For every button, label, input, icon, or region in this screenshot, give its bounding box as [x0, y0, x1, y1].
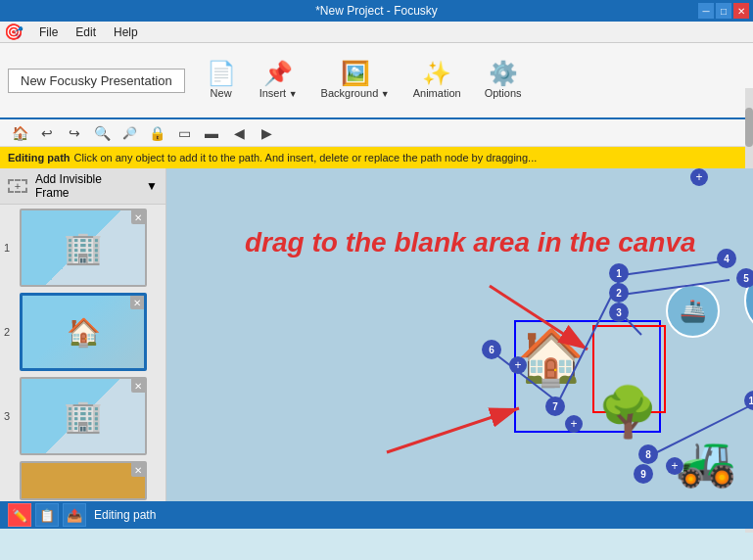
house-object[interactable]: 🏠 [517, 325, 586, 390]
maximize-button[interactable]: □ [716, 3, 731, 19]
new-icon: 📄 [207, 62, 236, 85]
slide-close-2[interactable]: ✕ [130, 296, 144, 309]
add-node-8[interactable]: + [666, 457, 683, 475]
status-label: Editing path [94, 508, 156, 522]
path-node-9[interactable]: 9 [634, 464, 653, 484]
add-node-6[interactable]: + [509, 356, 527, 374]
statusbar: ✏️ 📋 📤 Editing path [0, 501, 753, 529]
path-node-7[interactable]: 7 [545, 397, 565, 416]
slide-item-2[interactable]: 2 🏠 ✕ [4, 293, 162, 371]
window-controls: ─ □ ✕ [698, 3, 749, 19]
editing-path-label: Editing path [8, 152, 71, 163]
slide-num-3: 3 [4, 410, 20, 422]
drag-hint-text: drag to the blank area in the canva [245, 227, 696, 258]
editing-path-bar: Editing path Click on any object to add … [0, 147, 753, 168]
title-text: *New Project - Focusky [315, 4, 438, 18]
minimize-button[interactable]: ─ [698, 3, 714, 19]
zoom-in-button[interactable]: 🔍 [90, 121, 114, 145]
ribbon-new-button[interactable]: 📄 New [197, 43, 246, 117]
path-node-8[interactable]: 8 [638, 444, 658, 464]
slide-thumb-1[interactable]: 🏢 ✕ [20, 209, 147, 287]
back-button[interactable]: ◀ [227, 121, 251, 145]
ship-circle[interactable]: 🚢 [666, 284, 720, 338]
edit-path-button[interactable]: ✏️ [8, 503, 31, 527]
path-node-1[interactable]: 1 [609, 263, 629, 283]
ribbon-options-button[interactable]: ⚙️ Options [475, 43, 532, 117]
editing-path-message: Click on any object to add it to the pat… [74, 152, 538, 163]
autumn-tree[interactable]: 🌳 [597, 384, 658, 441]
add-frame-button[interactable]: + Add Invisible Frame ▼ [0, 168, 165, 205]
add-node-7[interactable]: + [565, 415, 583, 433]
undo-button[interactable]: ↩ [35, 121, 59, 145]
menu-edit[interactable]: Edit [68, 23, 104, 41]
close-button[interactable]: ✕ [733, 3, 749, 19]
slide-item-3[interactable]: 3 🏢 ✕ [4, 377, 162, 455]
export-button[interactable]: 📤 [63, 503, 86, 527]
menu-help[interactable]: Help [106, 23, 146, 41]
redo-button[interactable]: ↪ [63, 121, 86, 145]
path-node-2[interactable]: 2 [609, 283, 629, 303]
options-icon: ⚙️ [489, 62, 518, 85]
path-node-6[interactable]: 6 [482, 340, 501, 359]
menu-file[interactable]: File [31, 23, 66, 41]
slide-item-4[interactable]: ✕ [4, 461, 162, 500]
grid-button[interactable]: ▬ [200, 121, 223, 145]
slide-list: 1 🏢 ✕ 2 🏠 ✕ 3 [0, 205, 165, 501]
background-icon: 🖼️ [341, 62, 370, 85]
titlebar: *New Project - Focusky ─ □ ✕ [0, 0, 753, 22]
insert-icon: 📌 [263, 62, 293, 85]
slide-num-1: 1 [4, 242, 20, 254]
svg-line-4 [622, 260, 729, 275]
animation-icon: ✨ [422, 62, 451, 85]
svg-line-3 [387, 408, 519, 452]
options-label: Options [485, 87, 522, 99]
add-node-45[interactable]: + [690, 168, 708, 186]
presentation-name[interactable]: New Focusky Presentation [8, 69, 185, 93]
ribbon-insert-button[interactable]: 📌 Insert [250, 43, 307, 117]
canvas-area[interactable]: drag to the blank area in the canva [166, 168, 753, 501]
slide-close-1[interactable]: ✕ [131, 210, 145, 224]
background-label: Background [321, 87, 390, 99]
path-node-4[interactable]: 4 [717, 249, 736, 268]
ribbon: New Focusky Presentation 📄 New 📌 Insert … [0, 43, 753, 119]
copy-slide-button[interactable]: 📋 [35, 503, 59, 527]
home-button[interactable]: 🏠 [8, 121, 31, 145]
slide-num-2: 2 [4, 326, 20, 338]
path-node-10[interactable]: 10 [744, 391, 753, 410]
slide-thumb-4[interactable]: ✕ [20, 461, 147, 500]
add-frame-arrow: ▼ [146, 179, 158, 193]
zoom-out-button[interactable]: 🔎 [118, 121, 141, 145]
frame-button[interactable]: ▭ [172, 121, 196, 145]
slide-thumb-3[interactable]: 🏢 ✕ [20, 377, 147, 455]
lock-button[interactable]: 🔒 [145, 121, 168, 145]
new-label: New [211, 87, 232, 99]
slide-close-3[interactable]: ✕ [131, 379, 145, 393]
animation-label: Animation [413, 87, 461, 99]
ribbon-background-button[interactable]: 🖼️ Background [311, 43, 400, 117]
add-frame-label: Add Invisible Frame [35, 172, 138, 200]
path-node-5[interactable]: 5 [736, 268, 753, 288]
forward-button[interactable]: ▶ [255, 121, 278, 145]
main-area: + Add Invisible Frame ▼ 1 🏢 ✕ 2 [0, 168, 753, 501]
slide-item-1[interactable]: 1 🏢 ✕ [4, 209, 162, 287]
insert-label: Insert [259, 87, 298, 99]
sidebar: + Add Invisible Frame ▼ 1 🏢 ✕ 2 [0, 168, 166, 501]
menubar: 🎯 File Edit Help [0, 22, 753, 43]
quickaccess-toolbar: 🏠 ↩ ↪ 🔍 🔎 🔒 ▭ ▬ ◀ ▶ [0, 119, 753, 147]
slide-close-4[interactable]: ✕ [131, 463, 145, 477]
path-node-3[interactable]: 3 [609, 303, 629, 322]
slide-thumb-2[interactable]: 🏠 ✕ [20, 293, 147, 371]
forklift-object[interactable]: 🚜 [676, 433, 736, 490]
ribbon-animation-button[interactable]: ✨ Animation [403, 43, 471, 117]
